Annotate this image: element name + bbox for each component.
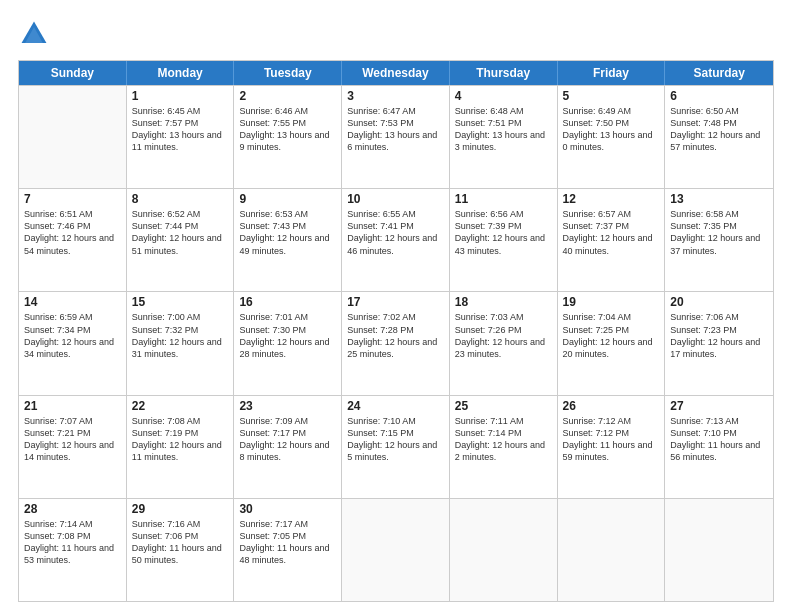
cell-date-number: 6 (670, 89, 768, 103)
day-cell-12: 12Sunrise: 6:57 AMSunset: 7:37 PMDayligh… (558, 189, 666, 291)
cell-date-number: 14 (24, 295, 121, 309)
empty-cell-4-6 (665, 499, 773, 601)
cell-date-number: 5 (563, 89, 660, 103)
day-cell-16: 16Sunrise: 7:01 AMSunset: 7:30 PMDayligh… (234, 292, 342, 394)
day-cell-11: 11Sunrise: 6:56 AMSunset: 7:39 PMDayligh… (450, 189, 558, 291)
cell-info: Sunrise: 7:03 AMSunset: 7:26 PMDaylight:… (455, 311, 552, 360)
cell-info: Sunrise: 6:57 AMSunset: 7:37 PMDaylight:… (563, 208, 660, 257)
cell-date-number: 27 (670, 399, 768, 413)
cell-date-number: 30 (239, 502, 336, 516)
day-cell-7: 7Sunrise: 6:51 AMSunset: 7:46 PMDaylight… (19, 189, 127, 291)
cell-date-number: 9 (239, 192, 336, 206)
cell-date-number: 8 (132, 192, 229, 206)
cell-info: Sunrise: 7:12 AMSunset: 7:12 PMDaylight:… (563, 415, 660, 464)
cell-date-number: 3 (347, 89, 444, 103)
week-row-0: 1Sunrise: 6:45 AMSunset: 7:57 PMDaylight… (19, 85, 773, 188)
calendar: SundayMondayTuesdayWednesdayThursdayFrid… (18, 60, 774, 602)
header-day-thursday: Thursday (450, 61, 558, 85)
cell-info: Sunrise: 7:00 AMSunset: 7:32 PMDaylight:… (132, 311, 229, 360)
cell-date-number: 17 (347, 295, 444, 309)
header-day-wednesday: Wednesday (342, 61, 450, 85)
day-cell-29: 29Sunrise: 7:16 AMSunset: 7:06 PMDayligh… (127, 499, 235, 601)
cell-info: Sunrise: 7:04 AMSunset: 7:25 PMDaylight:… (563, 311, 660, 360)
day-cell-28: 28Sunrise: 7:14 AMSunset: 7:08 PMDayligh… (19, 499, 127, 601)
cell-info: Sunrise: 7:01 AMSunset: 7:30 PMDaylight:… (239, 311, 336, 360)
cell-date-number: 25 (455, 399, 552, 413)
cell-info: Sunrise: 6:58 AMSunset: 7:35 PMDaylight:… (670, 208, 768, 257)
cell-date-number: 11 (455, 192, 552, 206)
day-cell-8: 8Sunrise: 6:52 AMSunset: 7:44 PMDaylight… (127, 189, 235, 291)
day-cell-5: 5Sunrise: 6:49 AMSunset: 7:50 PMDaylight… (558, 86, 666, 188)
logo (18, 18, 54, 50)
cell-info: Sunrise: 7:08 AMSunset: 7:19 PMDaylight:… (132, 415, 229, 464)
cell-date-number: 15 (132, 295, 229, 309)
cell-info: Sunrise: 7:16 AMSunset: 7:06 PMDaylight:… (132, 518, 229, 567)
header-day-monday: Monday (127, 61, 235, 85)
day-cell-20: 20Sunrise: 7:06 AMSunset: 7:23 PMDayligh… (665, 292, 773, 394)
day-cell-17: 17Sunrise: 7:02 AMSunset: 7:28 PMDayligh… (342, 292, 450, 394)
cell-info: Sunrise: 7:02 AMSunset: 7:28 PMDaylight:… (347, 311, 444, 360)
cell-info: Sunrise: 6:49 AMSunset: 7:50 PMDaylight:… (563, 105, 660, 154)
day-cell-18: 18Sunrise: 7:03 AMSunset: 7:26 PMDayligh… (450, 292, 558, 394)
cell-info: Sunrise: 6:56 AMSunset: 7:39 PMDaylight:… (455, 208, 552, 257)
cell-date-number: 4 (455, 89, 552, 103)
cell-info: Sunrise: 6:50 AMSunset: 7:48 PMDaylight:… (670, 105, 768, 154)
cell-info: Sunrise: 6:53 AMSunset: 7:43 PMDaylight:… (239, 208, 336, 257)
cell-date-number: 20 (670, 295, 768, 309)
cell-date-number: 24 (347, 399, 444, 413)
cell-info: Sunrise: 6:52 AMSunset: 7:44 PMDaylight:… (132, 208, 229, 257)
logo-icon (18, 18, 50, 50)
day-cell-15: 15Sunrise: 7:00 AMSunset: 7:32 PMDayligh… (127, 292, 235, 394)
cell-date-number: 2 (239, 89, 336, 103)
cell-date-number: 21 (24, 399, 121, 413)
week-row-1: 7Sunrise: 6:51 AMSunset: 7:46 PMDaylight… (19, 188, 773, 291)
cell-date-number: 13 (670, 192, 768, 206)
page: SundayMondayTuesdayWednesdayThursdayFrid… (0, 0, 792, 612)
cell-date-number: 12 (563, 192, 660, 206)
cell-info: Sunrise: 7:09 AMSunset: 7:17 PMDaylight:… (239, 415, 336, 464)
cell-info: Sunrise: 6:45 AMSunset: 7:57 PMDaylight:… (132, 105, 229, 154)
cell-date-number: 29 (132, 502, 229, 516)
cell-info: Sunrise: 7:06 AMSunset: 7:23 PMDaylight:… (670, 311, 768, 360)
cell-date-number: 22 (132, 399, 229, 413)
cell-info: Sunrise: 6:46 AMSunset: 7:55 PMDaylight:… (239, 105, 336, 154)
header-day-sunday: Sunday (19, 61, 127, 85)
day-cell-9: 9Sunrise: 6:53 AMSunset: 7:43 PMDaylight… (234, 189, 342, 291)
cell-date-number: 23 (239, 399, 336, 413)
day-cell-23: 23Sunrise: 7:09 AMSunset: 7:17 PMDayligh… (234, 396, 342, 498)
day-cell-27: 27Sunrise: 7:13 AMSunset: 7:10 PMDayligh… (665, 396, 773, 498)
cell-info: Sunrise: 7:07 AMSunset: 7:21 PMDaylight:… (24, 415, 121, 464)
calendar-header: SundayMondayTuesdayWednesdayThursdayFrid… (19, 61, 773, 85)
day-cell-22: 22Sunrise: 7:08 AMSunset: 7:19 PMDayligh… (127, 396, 235, 498)
week-row-3: 21Sunrise: 7:07 AMSunset: 7:21 PMDayligh… (19, 395, 773, 498)
cell-date-number: 28 (24, 502, 121, 516)
day-cell-30: 30Sunrise: 7:17 AMSunset: 7:05 PMDayligh… (234, 499, 342, 601)
cell-info: Sunrise: 6:59 AMSunset: 7:34 PMDaylight:… (24, 311, 121, 360)
week-row-2: 14Sunrise: 6:59 AMSunset: 7:34 PMDayligh… (19, 291, 773, 394)
cell-date-number: 18 (455, 295, 552, 309)
header (18, 18, 774, 50)
day-cell-21: 21Sunrise: 7:07 AMSunset: 7:21 PMDayligh… (19, 396, 127, 498)
cell-info: Sunrise: 7:14 AMSunset: 7:08 PMDaylight:… (24, 518, 121, 567)
day-cell-13: 13Sunrise: 6:58 AMSunset: 7:35 PMDayligh… (665, 189, 773, 291)
cell-info: Sunrise: 7:11 AMSunset: 7:14 PMDaylight:… (455, 415, 552, 464)
cell-info: Sunrise: 7:17 AMSunset: 7:05 PMDaylight:… (239, 518, 336, 567)
day-cell-6: 6Sunrise: 6:50 AMSunset: 7:48 PMDaylight… (665, 86, 773, 188)
cell-date-number: 26 (563, 399, 660, 413)
day-cell-26: 26Sunrise: 7:12 AMSunset: 7:12 PMDayligh… (558, 396, 666, 498)
day-cell-25: 25Sunrise: 7:11 AMSunset: 7:14 PMDayligh… (450, 396, 558, 498)
cell-info: Sunrise: 7:10 AMSunset: 7:15 PMDaylight:… (347, 415, 444, 464)
day-cell-14: 14Sunrise: 6:59 AMSunset: 7:34 PMDayligh… (19, 292, 127, 394)
empty-cell-4-5 (558, 499, 666, 601)
empty-cell-4-3 (342, 499, 450, 601)
cell-date-number: 1 (132, 89, 229, 103)
cell-date-number: 16 (239, 295, 336, 309)
empty-cell-4-4 (450, 499, 558, 601)
day-cell-24: 24Sunrise: 7:10 AMSunset: 7:15 PMDayligh… (342, 396, 450, 498)
day-cell-4: 4Sunrise: 6:48 AMSunset: 7:51 PMDaylight… (450, 86, 558, 188)
cell-info: Sunrise: 7:13 AMSunset: 7:10 PMDaylight:… (670, 415, 768, 464)
header-day-friday: Friday (558, 61, 666, 85)
cell-date-number: 10 (347, 192, 444, 206)
header-day-saturday: Saturday (665, 61, 773, 85)
calendar-body: 1Sunrise: 6:45 AMSunset: 7:57 PMDaylight… (19, 85, 773, 601)
